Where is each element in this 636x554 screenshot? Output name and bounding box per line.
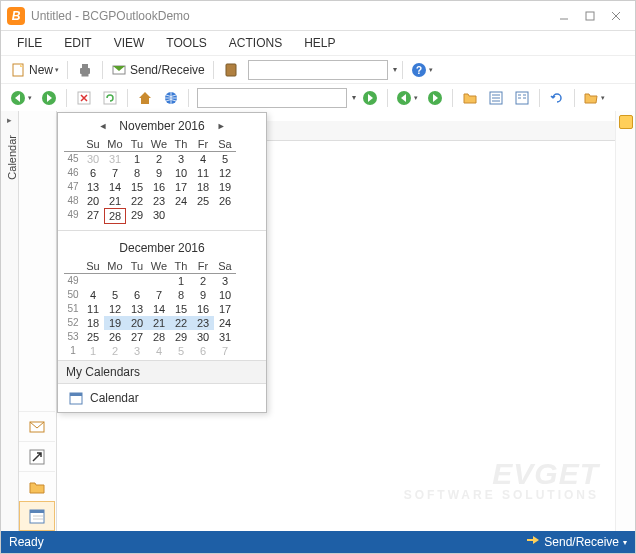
search-input[interactable]: [248, 60, 388, 80]
expand-pane-button[interactable]: ▸: [1, 111, 18, 129]
calendar-day[interactable]: 5: [170, 344, 192, 358]
calendar-day[interactable]: 29: [126, 208, 148, 224]
calendar-day[interactable]: 9: [192, 288, 214, 302]
nav-shortcut[interactable]: [19, 441, 55, 471]
calendar-day[interactable]: 24: [214, 316, 236, 330]
calendar-day[interactable]: 5: [104, 288, 126, 302]
calendar-day[interactable]: 12: [214, 166, 236, 180]
new-button[interactable]: New ▾: [7, 58, 62, 82]
open-folder-button[interactable]: ▾: [580, 86, 608, 110]
calendar-day[interactable]: 4: [192, 152, 214, 166]
address-book-button[interactable]: [219, 58, 243, 82]
forward-button[interactable]: [37, 86, 61, 110]
stop-button[interactable]: [72, 86, 96, 110]
calendar-day[interactable]: 3: [214, 274, 236, 288]
home-button[interactable]: [133, 86, 157, 110]
calendar-day[interactable]: 30: [148, 208, 170, 224]
menu-view[interactable]: VIEW: [104, 33, 155, 53]
dropdown-arrow-icon[interactable]: ▾: [352, 93, 356, 102]
nav-calendar[interactable]: [19, 501, 55, 531]
calendar-day[interactable]: 8: [126, 166, 148, 180]
calendar-day[interactable]: 18: [192, 180, 214, 194]
calendar-day[interactable]: 28: [104, 208, 126, 224]
web-button[interactable]: [159, 86, 183, 110]
calendar-day[interactable]: 3: [170, 152, 192, 166]
calendar-day[interactable]: 17: [214, 302, 236, 316]
next-month-button[interactable]: ►: [213, 121, 230, 131]
calendar-day[interactable]: 27: [126, 330, 148, 344]
calendar-day[interactable]: 19: [214, 180, 236, 194]
calendar-day[interactable]: 15: [126, 180, 148, 194]
nav-mail[interactable]: [19, 411, 55, 441]
calendar-day[interactable]: 21: [104, 194, 126, 208]
calendar-day[interactable]: 6: [82, 166, 104, 180]
calendar-day[interactable]: 30: [192, 330, 214, 344]
calendar-day[interactable]: 7: [104, 166, 126, 180]
calendar-day[interactable]: 12: [104, 302, 126, 316]
minimize-button[interactable]: [551, 6, 577, 26]
calendar-day[interactable]: 5: [214, 152, 236, 166]
calendar-day[interactable]: 6: [192, 344, 214, 358]
calendar-day[interactable]: 15: [170, 302, 192, 316]
menu-edit[interactable]: EDIT: [54, 33, 101, 53]
calendar-day[interactable]: 21: [148, 316, 170, 330]
calendar-day[interactable]: 2: [192, 274, 214, 288]
calendar-day[interactable]: 2: [148, 152, 170, 166]
calendar-day[interactable]: 24: [170, 194, 192, 208]
calendar-day[interactable]: 28: [148, 330, 170, 344]
calendar-day[interactable]: 10: [170, 166, 192, 180]
folder-button[interactable]: [458, 86, 482, 110]
status-send-receive[interactable]: Send/Receive ▾: [526, 535, 627, 549]
nav-folder[interactable]: [19, 471, 55, 501]
calendar-day[interactable]: 31: [104, 152, 126, 166]
dropdown-arrow-icon[interactable]: ▾: [393, 65, 397, 74]
vtab-calendar[interactable]: Calendar: [1, 129, 18, 186]
calendar-day[interactable]: 1: [82, 344, 104, 358]
refresh-button[interactable]: [98, 86, 122, 110]
calendar-day[interactable]: 18: [82, 316, 104, 330]
calendar-day[interactable]: 30: [82, 152, 104, 166]
go-button[interactable]: [358, 86, 382, 110]
calendar-day[interactable]: 23: [192, 316, 214, 330]
calendar-day[interactable]: 16: [192, 302, 214, 316]
calendar-day[interactable]: 11: [192, 166, 214, 180]
help-button[interactable]: ?▾: [408, 58, 436, 82]
calendar-day[interactable]: 2: [104, 344, 126, 358]
detail-button[interactable]: [484, 86, 508, 110]
print-button[interactable]: [73, 58, 97, 82]
calendar-day[interactable]: 7: [214, 344, 236, 358]
calendar-day[interactable]: 25: [192, 194, 214, 208]
menu-actions[interactable]: ACTIONS: [219, 33, 292, 53]
maximize-button[interactable]: [577, 6, 603, 26]
calendar-day[interactable]: 31: [214, 330, 236, 344]
calendar-day[interactable]: 6: [126, 288, 148, 302]
my-calendars-header[interactable]: My Calendars: [58, 360, 266, 384]
calendar-day[interactable]: 22: [126, 194, 148, 208]
calendar-day[interactable]: 13: [126, 302, 148, 316]
forward2-button[interactable]: [423, 86, 447, 110]
calendar-day[interactable]: 4: [148, 344, 170, 358]
prev-month-button[interactable]: ◄: [94, 121, 111, 131]
menu-help[interactable]: HELP: [294, 33, 345, 53]
calendar-day[interactable]: 8: [170, 288, 192, 302]
undo-button[interactable]: [545, 86, 569, 110]
calendar-day[interactable]: 23: [148, 194, 170, 208]
calendar-day[interactable]: 29: [170, 330, 192, 344]
calendar-day[interactable]: 22: [170, 316, 192, 330]
menu-file[interactable]: FILE: [7, 33, 52, 53]
calendar-day[interactable]: 9: [148, 166, 170, 180]
back-button[interactable]: ▾: [7, 86, 35, 110]
calendar-day[interactable]: 17: [170, 180, 192, 194]
my-calendars-item[interactable]: Calendar: [58, 384, 266, 412]
calendar-day[interactable]: 25: [82, 330, 104, 344]
detail2-button[interactable]: [510, 86, 534, 110]
calendar-day[interactable]: 11: [82, 302, 104, 316]
address-input[interactable]: [197, 88, 347, 108]
back2-button[interactable]: ▾: [393, 86, 421, 110]
calendar-day[interactable]: 7: [148, 288, 170, 302]
calendar-day[interactable]: 14: [148, 302, 170, 316]
close-button[interactable]: [603, 6, 629, 26]
send-receive-button[interactable]: Send/Receive: [108, 58, 208, 82]
calendar-day[interactable]: 10: [214, 288, 236, 302]
calendar-day[interactable]: 14: [104, 180, 126, 194]
